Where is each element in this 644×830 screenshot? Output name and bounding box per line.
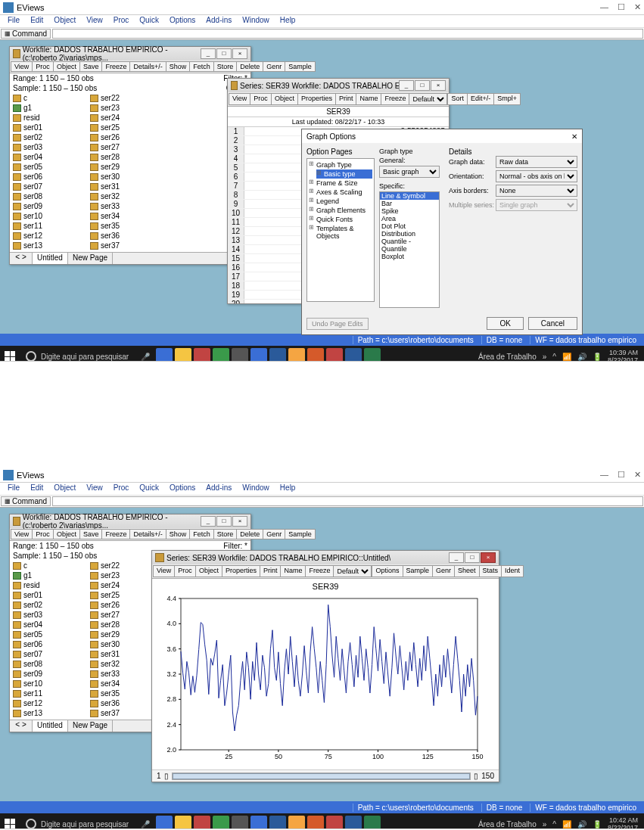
taskbar-app-icon[interactable] [364,816,381,829]
ser-freeze[interactable]: Freeze [305,565,334,577]
wf-object[interactable]: ser08 [10,659,87,669]
wf-object[interactable]: ser38 [87,250,164,252]
menu-file[interactable]: File [3,15,24,27]
taskbar-app-icon[interactable] [156,816,173,829]
taskbar-app-icon[interactable] [345,816,362,829]
taskbar-app-icon[interactable] [194,348,210,362]
taskbar-app-icon[interactable] [307,816,324,829]
menu-add-ins[interactable]: Add-ins [201,483,236,495]
mic-icon[interactable]: 🎤 [141,353,150,361]
wf-object[interactable]: ser10 [10,679,87,689]
mic-icon[interactable]: 🎤 [141,820,150,828]
menu-window[interactable]: Window [238,483,274,495]
workfile-titlebar[interactable]: Workfile: DADOS TRABALHO EMPIRICO - (c:\… [10,514,250,528]
ser-genr[interactable]: Genr [432,565,455,577]
command-button[interactable]: ▦ Command [1,29,51,39]
tree-item[interactable]: Quick Fonts [309,215,372,224]
tree-item[interactable]: Templates & Objects [309,224,372,241]
maximize-button[interactable]: ☐ [618,470,625,480]
ser-print[interactable]: Print [335,93,357,105]
menu-edit[interactable]: Edit [26,15,48,27]
desktop-toolbar[interactable]: Área de Trabalho [478,353,537,361]
taskbar-app-icon[interactable] [326,348,343,362]
command-input[interactable] [52,496,643,506]
wf-fetch[interactable]: Fetch [189,529,214,539]
ser-name[interactable]: Name [356,93,381,105]
wf-object[interactable]: ser14 [10,250,87,252]
graph-type-select[interactable]: Default [409,93,447,105]
wf-object[interactable]: ser04 [10,620,87,629]
wf-object[interactable]: ser11 [10,689,87,698]
range-slider[interactable]: 1 ▯ ▯ 150 [152,769,499,782]
wf-object[interactable]: ser24 [87,113,164,123]
menu-view[interactable]: View [82,15,107,27]
ser-properties[interactable]: Properties [222,565,260,577]
tree-item[interactable]: Graph Elements [309,206,372,215]
wf-freeze[interactable]: Freeze [101,529,130,539]
specific-listbox[interactable]: Line & SymbolBarSpikeAreaDot PlotDistrib… [379,191,440,308]
clock[interactable]: 10:39 AM 8/22/2017 [608,349,638,362]
battery-icon[interactable]: 🔋 [593,353,602,361]
wf-object[interactable]: ser37 [87,241,164,250]
wf-object[interactable]: ser14 [10,718,87,720]
minimize-button[interactable]: — [600,470,608,480]
wf-object[interactable]: ser22 [87,93,164,103]
minimize-button[interactable]: — [600,2,608,12]
list-item[interactable]: Quantile - Quantile [380,238,439,253]
close-button[interactable]: × [481,552,496,563]
close-button[interactable]: × [232,48,247,59]
taskbar-app-icon[interactable] [269,816,286,829]
ser-options[interactable]: Options [372,565,403,577]
orientation-select[interactable]: Normal - obs axis on bottom [496,170,577,182]
menu-view[interactable]: View [82,483,107,495]
close-button[interactable]: ✕ [571,132,577,141]
taskbar-app-icon[interactable] [345,348,362,362]
wf-object[interactable]: ser29 [87,162,164,172]
close-button[interactable]: × [232,516,247,527]
wf-details[interactable]: Details+/- [129,61,166,72]
list-item[interactable]: Area [380,215,439,222]
close-button[interactable]: × [431,80,446,91]
menu-proc[interactable]: Proc [109,483,134,495]
wf-object[interactable]: c [10,93,87,103]
tree-item[interactable]: Basic type [316,169,372,179]
wf-object[interactable]: ser11 [10,221,87,231]
ser-sample[interactable]: Sample [403,565,434,577]
ser-proc[interactable]: Proc [250,93,272,105]
ser-print[interactable]: Print [260,565,282,577]
taskbar-app-icon[interactable] [175,348,191,362]
taskbar-app-icon[interactable] [364,348,381,362]
menu-options[interactable]: Options [165,483,200,495]
maximize-button[interactable]: □ [465,552,480,563]
tray-up-icon[interactable]: ^ [552,353,556,361]
close-button[interactable]: ✕ [634,470,641,480]
menu-help[interactable]: Help [275,483,300,495]
wf-object[interactable]: ser12 [10,231,87,241]
ser-properties[interactable]: Properties [297,93,336,105]
command-button[interactable]: ▦ Command [1,496,51,506]
start-button[interactable] [5,819,15,829]
wf-show[interactable]: Show [166,61,191,72]
minimize-button[interactable]: _ [201,48,216,59]
tab-untitled[interactable]: Untitled [33,720,68,732]
undo-page-edits-button[interactable]: Undo Page Edits [306,318,369,330]
list-item[interactable]: Boxplot [380,253,439,260]
wf-view[interactable]: View [11,61,33,72]
menu-options[interactable]: Options [165,15,200,27]
taskbar-app-icon[interactable] [250,348,267,362]
wf-object[interactable]: ser33 [87,201,164,211]
wf-object[interactable]: ser05 [10,629,87,639]
wf-object[interactable]: Object [53,529,80,539]
taskbar-app-icon[interactable] [250,816,267,829]
taskbar-app-icon[interactable] [232,816,248,829]
menu-proc[interactable]: Proc [109,15,134,27]
taskbar-app-icon[interactable] [288,816,305,829]
maximize-button[interactable]: □ [216,516,232,527]
taskbar-app-icon[interactable] [232,348,248,362]
menu-quick[interactable]: Quick [135,15,163,27]
ser-sort[interactable]: Sort [447,93,468,105]
axis-borders-select[interactable]: None [496,185,577,197]
wf-object[interactable]: g1 [10,103,87,113]
series-titlebar[interactable]: Series: SER39 Workfile: DADOS TRABALHO E… [228,79,449,92]
maximize-button[interactable]: □ [216,48,232,59]
